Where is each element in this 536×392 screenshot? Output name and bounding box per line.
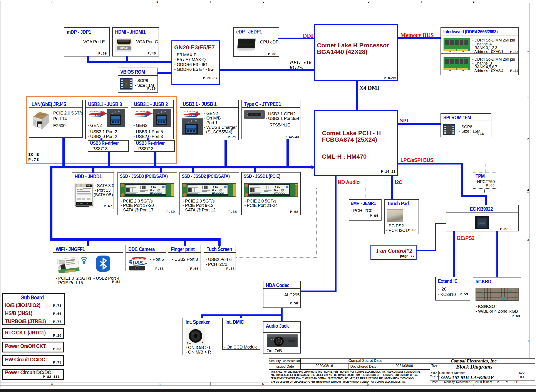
svg-text:USB: USB bbox=[95, 112, 104, 117]
svg-text:ЄКСЄСЄ: ЄКСЄСЄ bbox=[150, 191, 162, 195]
svg-text:WD Scorpio Black: WD Scorpio Black bbox=[80, 203, 90, 205]
svg-text:500GB: 500GB bbox=[77, 188, 83, 190]
svg-text:▼𝐒𝐋: ▼𝐒𝐋 bbox=[212, 185, 218, 188]
svg-text:▼𝐒𝐋: ▼𝐒𝐋 bbox=[274, 185, 280, 188]
svg-text:XMC: XMC bbox=[126, 81, 128, 86]
svg-text:USB: USB bbox=[189, 113, 198, 117]
svg-text:KB9022: KB9022 bbox=[478, 222, 485, 224]
svg-text:ЄКСЄСЄ: ЄКСЄСЄ bbox=[274, 191, 285, 195]
svg-text:WD: WD bbox=[87, 185, 90, 187]
svg-text:▼𝐒𝐋: ▼𝐒𝐋 bbox=[150, 185, 157, 188]
svg-text:HI-SPEED: HI-SPEED bbox=[135, 257, 144, 259]
svg-text:USB: USB bbox=[141, 112, 149, 117]
svg-text:HDMI: HDMI bbox=[120, 47, 128, 50]
svg-text:ЄКСЄСЄ: ЄКСЄСЄ bbox=[212, 191, 224, 195]
